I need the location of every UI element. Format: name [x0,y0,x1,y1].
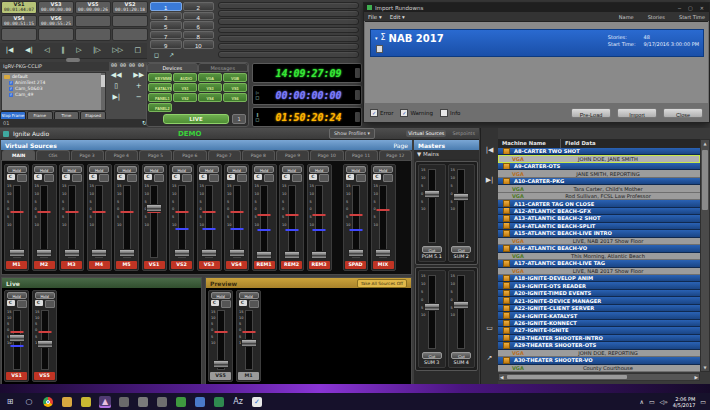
fast-forward-icon[interactable]: ▷▷ [112,47,123,54]
app-gray-1-icon[interactable] [118,396,130,408]
device-button-vgb[interactable]: VGB [223,73,247,82]
import-button[interactable]: Import [617,108,657,118]
rundown-row-field[interactable]: VGAJOHN DOE, REPORTING [498,350,700,357]
cut-button[interactable]: Cut [451,352,471,359]
add-icon[interactable]: + [136,82,142,90]
rundown-row-field[interactable]: VGATara Carter, Child's Mother [498,185,700,192]
fader-handle[interactable] [229,249,245,257]
tab-messages[interactable]: Messages [198,63,249,72]
event-slot[interactable] [218,18,359,25]
fader-slider[interactable]: 151050510 [34,309,55,371]
numpad-key-10[interactable]: 10 [183,40,215,49]
fader-slider[interactable]: 151050510 [34,183,55,260]
tab-devices[interactable]: Devices [147,63,198,72]
assign-button[interactable] [45,300,55,308]
assign-button[interactable] [237,174,247,182]
monitor-cell[interactable] [38,28,74,41]
clip-icon[interactable]: ▯ [114,82,118,90]
rewind-icon[interactable]: ◀◀ [111,71,122,79]
fast-forward-icon[interactable]: ▶▶ [133,71,144,79]
live-extra-button[interactable]: 1 [232,114,246,124]
monitor-cell[interactable]: VS500:00:00:26 [75,1,111,14]
fader-handle[interactable] [284,251,300,259]
hold-button[interactable]: Hold [7,166,27,173]
rundown-import-row[interactable]: ▾ Σ NAB 2017 Stories: 48 Start Time: 9/1… [370,29,704,57]
display-button[interactable] [355,90,360,100]
rundown-row-field[interactable]: VGAJOHN DOE, JANE SMITH [498,155,700,162]
checkbox-warning[interactable]: ✓Warning [400,109,433,117]
rundown-vertical-scrollbar[interactable]: ▲▼ [700,139,710,372]
monitor-cell[interactable] [1,28,37,41]
maximize-icon[interactable]: ▢ [686,5,695,11]
cut-button[interactable]: C [254,174,262,180]
assign-button[interactable] [221,300,231,308]
action-center-icon[interactable]: ▭ [700,398,706,405]
eject-icon[interactable]: ◻ [154,51,159,58]
export-icon[interactable]: ↗ [169,51,174,58]
fader-handle[interactable] [453,193,469,201]
rundown-row-machine[interactable]: A24-IGNITE-KATALYST [498,312,700,319]
file-explorer-icon[interactable] [61,396,73,408]
fader-slider[interactable]: 151050510 [420,273,444,351]
taskbar-clock[interactable]: 2:06 PM 4/5/2017 [673,396,695,408]
assign-button[interactable] [209,174,219,182]
page-tab-page-9[interactable]: Page 9 [276,150,309,160]
monitor-cell[interactable]: VS300:00:00:00 [38,1,74,14]
tray-volume-icon[interactable]: ◁» [660,398,668,405]
tray-up-icon[interactable]: ∧ [639,398,643,405]
fader-handle[interactable] [64,249,80,257]
device-button-audio[interactable]: AUDIO [173,73,197,82]
column-stories[interactable]: Stories [648,14,665,20]
hold-button[interactable]: Hold [239,292,259,299]
cut-button[interactable]: Cut [422,352,442,359]
hold-button[interactable]: Hold [35,292,55,299]
page-link[interactable]: Page [393,142,408,149]
cut-button[interactable]: C [7,300,15,306]
event-slot[interactable] [218,35,359,42]
assign-button[interactable] [17,300,27,308]
cut-button[interactable]: C [117,174,125,180]
hold-button[interactable]: Hold [7,292,27,299]
app-gray-3-icon[interactable] [156,396,168,408]
assign-button[interactable] [383,174,393,182]
cut-button[interactable]: C [282,174,290,180]
display-button[interactable] [355,112,360,122]
show-profiles-button[interactable]: Show Profiles ▾ [329,128,375,139]
rundown-row-machine[interactable]: A27-IGNITE-IGNITE [498,327,700,334]
live-button[interactable]: LIVE [163,114,229,124]
hold-button[interactable]: Hold [117,166,137,173]
monitor-cell[interactable] [112,15,148,28]
fader-handle[interactable] [9,334,25,342]
skip-back-icon[interactable]: |◀ [486,146,494,154]
rundown-row-field[interactable]: VGARod Sullivan, FCSL Law Professor [498,193,700,200]
fader-handle[interactable] [146,204,162,212]
event-slot[interactable] [218,51,359,58]
column-name[interactable]: Name [619,14,634,20]
stop-icon[interactable]: □ [135,47,142,54]
fader-handle[interactable] [36,249,52,257]
fader-handle[interactable] [119,249,135,257]
fader-handle[interactable] [91,249,107,257]
rundown-horizontal-scrollbar[interactable]: ◀▶ [498,373,700,381]
cut-button[interactable]: C [172,174,180,180]
numpad-key-6[interactable]: 6 [183,21,215,30]
page-tab-page-7[interactable]: Page 7 [208,150,241,160]
window-titlebar[interactable]: Import Rundowns ─ ▢ ✕ [364,3,709,12]
numpad-key-3[interactable]: 3 [150,12,182,21]
cut-button[interactable]: Cut [422,246,442,253]
rundown-row-machine[interactable]: A30-THEATER SHOOTER-VO [498,357,700,364]
numpad-key-2[interactable]: 2 [183,2,215,11]
monitor-cell[interactable] [75,28,111,41]
monitor-cell[interactable]: VS600:00:55:25 [38,15,74,28]
fader-handle[interactable] [201,249,217,257]
device-button-vs5[interactable]: VS5 [223,83,247,92]
remove-icon[interactable]: − [136,93,142,101]
expand-caret-icon[interactable]: ▾ [375,35,378,41]
page-tab-page-10[interactable]: Page 10 [310,150,343,160]
fader-slider[interactable]: 151050510 [171,183,192,260]
monitor-cell[interactable]: VS400:00:51:15 [1,15,37,28]
pre-load-button[interactable]: Pre-Load [571,108,611,118]
rundown-row-machine[interactable]: A8-CARTER TWO SHOT [498,148,700,155]
app-gray-2-icon[interactable] [137,396,149,408]
cut-button[interactable]: C [239,300,247,306]
